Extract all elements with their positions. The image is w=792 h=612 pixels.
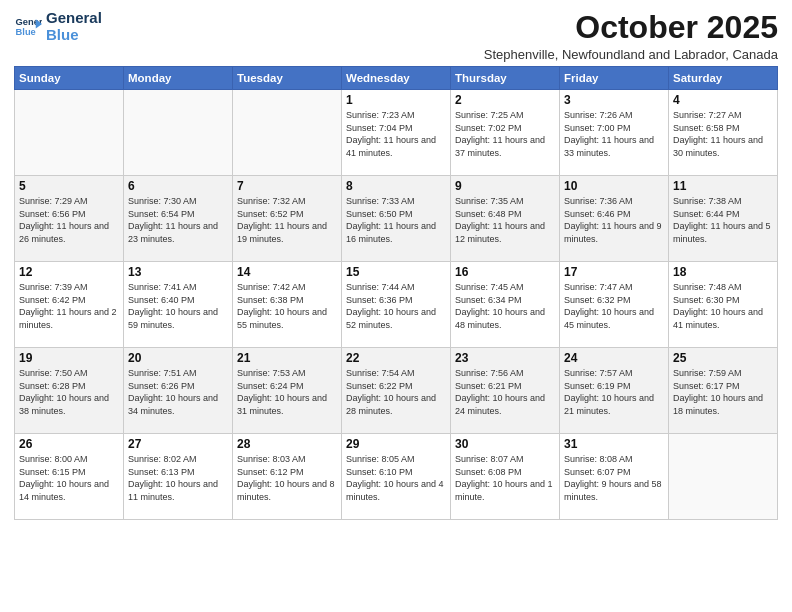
page: General Blue General Blue October 2025 S… (0, 0, 792, 612)
day-cell: 13Sunrise: 7:41 AM Sunset: 6:40 PM Dayli… (124, 262, 233, 348)
day-cell: 19Sunrise: 7:50 AM Sunset: 6:28 PM Dayli… (15, 348, 124, 434)
day-cell: 2Sunrise: 7:25 AM Sunset: 7:02 PM Daylig… (451, 90, 560, 176)
day-cell: 18Sunrise: 7:48 AM Sunset: 6:30 PM Dayli… (669, 262, 778, 348)
day-info: Sunrise: 7:33 AM Sunset: 6:50 PM Dayligh… (346, 195, 446, 245)
day-cell: 21Sunrise: 7:53 AM Sunset: 6:24 PM Dayli… (233, 348, 342, 434)
col-sunday: Sunday (15, 67, 124, 90)
day-number: 19 (19, 351, 119, 365)
col-friday: Friday (560, 67, 669, 90)
day-cell: 1Sunrise: 7:23 AM Sunset: 7:04 PM Daylig… (342, 90, 451, 176)
day-cell: 16Sunrise: 7:45 AM Sunset: 6:34 PM Dayli… (451, 262, 560, 348)
day-info: Sunrise: 8:02 AM Sunset: 6:13 PM Dayligh… (128, 453, 228, 503)
col-saturday: Saturday (669, 67, 778, 90)
day-info: Sunrise: 7:36 AM Sunset: 6:46 PM Dayligh… (564, 195, 664, 245)
day-number: 1 (346, 93, 446, 107)
week-row-1: 1Sunrise: 7:23 AM Sunset: 7:04 PM Daylig… (15, 90, 778, 176)
day-cell: 17Sunrise: 7:47 AM Sunset: 6:32 PM Dayli… (560, 262, 669, 348)
day-cell (233, 90, 342, 176)
day-number: 4 (673, 93, 773, 107)
week-row-4: 19Sunrise: 7:50 AM Sunset: 6:28 PM Dayli… (15, 348, 778, 434)
day-info: Sunrise: 7:59 AM Sunset: 6:17 PM Dayligh… (673, 367, 773, 417)
day-info: Sunrise: 7:23 AM Sunset: 7:04 PM Dayligh… (346, 109, 446, 159)
logo-text: General Blue (46, 10, 102, 43)
day-info: Sunrise: 7:39 AM Sunset: 6:42 PM Dayligh… (19, 281, 119, 331)
day-info: Sunrise: 7:38 AM Sunset: 6:44 PM Dayligh… (673, 195, 773, 245)
day-cell (124, 90, 233, 176)
day-number: 3 (564, 93, 664, 107)
day-info: Sunrise: 7:35 AM Sunset: 6:48 PM Dayligh… (455, 195, 555, 245)
day-cell: 7Sunrise: 7:32 AM Sunset: 6:52 PM Daylig… (233, 176, 342, 262)
logo: General Blue General Blue (14, 10, 102, 43)
day-cell: 15Sunrise: 7:44 AM Sunset: 6:36 PM Dayli… (342, 262, 451, 348)
day-number: 10 (564, 179, 664, 193)
week-row-3: 12Sunrise: 7:39 AM Sunset: 6:42 PM Dayli… (15, 262, 778, 348)
logo-icon: General Blue (14, 13, 42, 41)
day-cell: 10Sunrise: 7:36 AM Sunset: 6:46 PM Dayli… (560, 176, 669, 262)
day-number: 27 (128, 437, 228, 451)
day-number: 11 (673, 179, 773, 193)
day-cell: 29Sunrise: 8:05 AM Sunset: 6:10 PM Dayli… (342, 434, 451, 520)
day-number: 31 (564, 437, 664, 451)
day-cell: 8Sunrise: 7:33 AM Sunset: 6:50 PM Daylig… (342, 176, 451, 262)
day-cell: 31Sunrise: 8:08 AM Sunset: 6:07 PM Dayli… (560, 434, 669, 520)
day-number: 20 (128, 351, 228, 365)
header: General Blue General Blue October 2025 S… (14, 10, 778, 62)
week-row-2: 5Sunrise: 7:29 AM Sunset: 6:56 PM Daylig… (15, 176, 778, 262)
day-info: Sunrise: 7:42 AM Sunset: 6:38 PM Dayligh… (237, 281, 337, 331)
day-number: 18 (673, 265, 773, 279)
day-cell: 12Sunrise: 7:39 AM Sunset: 6:42 PM Dayli… (15, 262, 124, 348)
day-info: Sunrise: 7:54 AM Sunset: 6:22 PM Dayligh… (346, 367, 446, 417)
day-info: Sunrise: 7:26 AM Sunset: 7:00 PM Dayligh… (564, 109, 664, 159)
day-cell: 22Sunrise: 7:54 AM Sunset: 6:22 PM Dayli… (342, 348, 451, 434)
day-number: 22 (346, 351, 446, 365)
day-info: Sunrise: 7:30 AM Sunset: 6:54 PM Dayligh… (128, 195, 228, 245)
day-number: 12 (19, 265, 119, 279)
col-wednesday: Wednesday (342, 67, 451, 90)
day-info: Sunrise: 7:50 AM Sunset: 6:28 PM Dayligh… (19, 367, 119, 417)
svg-text:Blue: Blue (16, 26, 36, 36)
day-cell (669, 434, 778, 520)
col-monday: Monday (124, 67, 233, 90)
day-info: Sunrise: 8:08 AM Sunset: 6:07 PM Dayligh… (564, 453, 664, 503)
month-title: October 2025 (484, 10, 778, 45)
day-info: Sunrise: 7:57 AM Sunset: 6:19 PM Dayligh… (564, 367, 664, 417)
day-number: 23 (455, 351, 555, 365)
calendar: Sunday Monday Tuesday Wednesday Thursday… (14, 66, 778, 520)
day-number: 2 (455, 93, 555, 107)
day-cell: 3Sunrise: 7:26 AM Sunset: 7:00 PM Daylig… (560, 90, 669, 176)
day-cell: 26Sunrise: 8:00 AM Sunset: 6:15 PM Dayli… (15, 434, 124, 520)
day-info: Sunrise: 7:27 AM Sunset: 6:58 PM Dayligh… (673, 109, 773, 159)
day-cell: 28Sunrise: 8:03 AM Sunset: 6:12 PM Dayli… (233, 434, 342, 520)
day-cell: 25Sunrise: 7:59 AM Sunset: 6:17 PM Dayli… (669, 348, 778, 434)
subtitle: Stephenville, Newfoundland and Labrador,… (484, 47, 778, 62)
day-cell: 6Sunrise: 7:30 AM Sunset: 6:54 PM Daylig… (124, 176, 233, 262)
day-number: 14 (237, 265, 337, 279)
day-cell: 5Sunrise: 7:29 AM Sunset: 6:56 PM Daylig… (15, 176, 124, 262)
day-number: 15 (346, 265, 446, 279)
day-number: 24 (564, 351, 664, 365)
day-info: Sunrise: 7:47 AM Sunset: 6:32 PM Dayligh… (564, 281, 664, 331)
day-cell: 20Sunrise: 7:51 AM Sunset: 6:26 PM Dayli… (124, 348, 233, 434)
day-number: 5 (19, 179, 119, 193)
day-number: 28 (237, 437, 337, 451)
day-number: 8 (346, 179, 446, 193)
day-cell: 9Sunrise: 7:35 AM Sunset: 6:48 PM Daylig… (451, 176, 560, 262)
day-number: 21 (237, 351, 337, 365)
day-info: Sunrise: 7:25 AM Sunset: 7:02 PM Dayligh… (455, 109, 555, 159)
week-row-5: 26Sunrise: 8:00 AM Sunset: 6:15 PM Dayli… (15, 434, 778, 520)
day-cell: 11Sunrise: 7:38 AM Sunset: 6:44 PM Dayli… (669, 176, 778, 262)
day-info: Sunrise: 7:41 AM Sunset: 6:40 PM Dayligh… (128, 281, 228, 331)
day-number: 25 (673, 351, 773, 365)
title-block: October 2025 Stephenville, Newfoundland … (484, 10, 778, 62)
day-cell: 27Sunrise: 8:02 AM Sunset: 6:13 PM Dayli… (124, 434, 233, 520)
day-cell: 4Sunrise: 7:27 AM Sunset: 6:58 PM Daylig… (669, 90, 778, 176)
day-cell: 24Sunrise: 7:57 AM Sunset: 6:19 PM Dayli… (560, 348, 669, 434)
day-number: 6 (128, 179, 228, 193)
day-number: 17 (564, 265, 664, 279)
day-info: Sunrise: 8:00 AM Sunset: 6:15 PM Dayligh… (19, 453, 119, 503)
day-number: 16 (455, 265, 555, 279)
day-info: Sunrise: 7:56 AM Sunset: 6:21 PM Dayligh… (455, 367, 555, 417)
col-tuesday: Tuesday (233, 67, 342, 90)
day-info: Sunrise: 7:48 AM Sunset: 6:30 PM Dayligh… (673, 281, 773, 331)
day-info: Sunrise: 8:07 AM Sunset: 6:08 PM Dayligh… (455, 453, 555, 503)
